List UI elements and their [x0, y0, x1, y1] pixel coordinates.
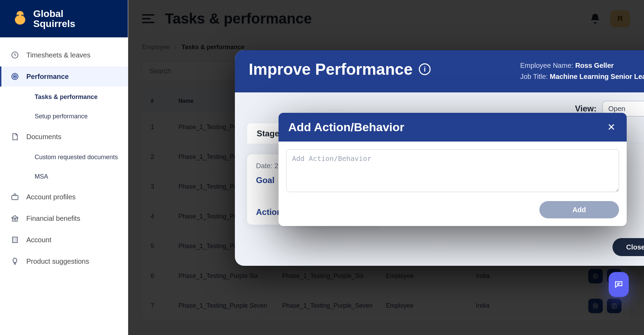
sidebar-item-label: Product suggestions — [26, 257, 89, 265]
sidebar-item-label: Account — [26, 236, 51, 244]
close-button[interactable]: Close — [612, 238, 644, 256]
sidebar-sub-label: Custom requested documents — [35, 154, 118, 161]
svg-rect-7 — [12, 237, 17, 243]
sidebar-item-account[interactable]: Account — [0, 230, 128, 250]
brand-name: Global Squirrels — [33, 9, 75, 29]
sidebar-sub-tasks-performance[interactable]: Tasks & performance — [0, 88, 128, 106]
main: Tasks & performance R Employee › Tasks &… — [128, 0, 644, 335]
add-button[interactable]: Add — [539, 201, 619, 218]
info-icon[interactable]: i — [419, 63, 431, 75]
sidebar-item-timesheets[interactable]: Timesheets & leaves — [0, 45, 128, 65]
sidebar-item-performance[interactable]: Performance — [0, 66, 128, 87]
brand-logo-icon — [12, 9, 28, 28]
svg-point-0 — [17, 15, 19, 16]
svg-rect-6 — [12, 196, 18, 200]
sidebar-item-financial-benefits[interactable]: Financial benefits — [0, 208, 128, 228]
sidebar-nav: Timesheets & leaves Performance Tasks & … — [0, 37, 128, 279]
chat-fab[interactable] — [609, 272, 629, 297]
brand-name-top: Global — [33, 9, 75, 19]
close-icon[interactable]: ✕ — [605, 121, 617, 133]
inner-modal-footer: Add — [279, 196, 627, 226]
target-icon — [10, 71, 20, 82]
sidebar-item-label: Financial benefits — [26, 215, 80, 223]
sidebar-sub-label: MSA — [35, 173, 48, 180]
svg-point-5 — [15, 76, 16, 77]
sidebar-item-label: Timesheets & leaves — [26, 51, 90, 59]
sidebar-sub-label: Setup performance — [35, 113, 88, 120]
sidebar-sub-custom-docs[interactable]: Custom requested documents — [0, 148, 128, 166]
inner-modal-header: Add Action/Behavior ✕ — [279, 113, 627, 142]
modal-meta: Employee Name: Ross Geller Job Title: Ma… — [520, 60, 644, 82]
sidebar-item-product-suggestions[interactable]: Product suggestions — [0, 251, 128, 271]
modal-title: Improve Performance — [249, 60, 413, 79]
modal-title-wrap: Improve Performance i — [249, 60, 431, 79]
sidebar-sub-msa[interactable]: MSA — [0, 168, 128, 185]
job-title-label: Job Title: — [520, 73, 548, 80]
sidebar-sub-label: Tasks & performance — [35, 93, 98, 101]
employee-name-label: Employee Name: — [520, 62, 573, 69]
modal-header: Improve Performance i Employee Name: Ros… — [235, 50, 644, 92]
briefcase-icon — [10, 192, 20, 202]
svg-point-1 — [21, 15, 23, 16]
inner-modal-title: Add Action/Behavior — [288, 120, 404, 134]
action-behavior-textarea[interactable] — [286, 149, 619, 192]
inner-modal-body — [279, 142, 627, 196]
brand-bar: Global Squirrels — [0, 0, 128, 37]
building-icon — [10, 235, 20, 245]
sidebar-item-label: Account profiles — [26, 193, 76, 201]
view-value: Open — [608, 105, 625, 113]
brand-name-bottom: Squirrels — [33, 19, 75, 29]
sidebar: Global Squirrels Timesheets & leaves Per… — [0, 0, 128, 335]
bank-icon — [10, 213, 20, 224]
sidebar-item-label: Documents — [26, 133, 61, 141]
modal-footer: Close — [235, 235, 644, 266]
sidebar-item-label: Performance — [26, 73, 69, 81]
sidebar-item-documents[interactable]: Documents — [0, 127, 128, 147]
view-label: View: — [575, 104, 597, 114]
lightbulb-icon — [10, 256, 20, 266]
employee-name-value: Ross Geller — [575, 62, 614, 69]
document-icon — [10, 132, 20, 142]
job-title-value: Machine Learning Senior Leader — [550, 73, 644, 80]
app-root: Global Squirrels Timesheets & leaves Per… — [0, 0, 644, 335]
sidebar-sub-setup-performance[interactable]: Setup performance — [0, 107, 128, 125]
add-action-behavior-modal: Add Action/Behavior ✕ Add — [279, 113, 627, 226]
clock-icon — [10, 50, 20, 60]
sidebar-item-account-profiles[interactable]: Account profiles — [0, 187, 128, 207]
